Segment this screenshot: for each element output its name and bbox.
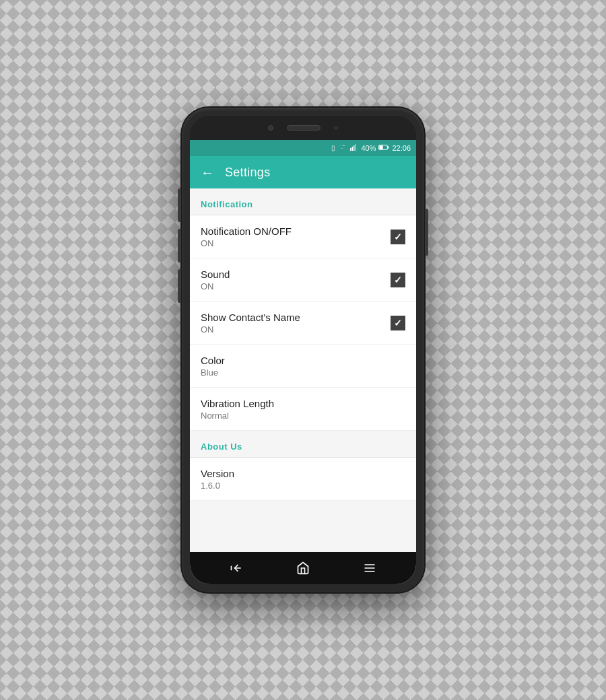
menu-nav-button[interactable] [352, 556, 387, 580]
settings-content: Notification Notification ON/OFF ON ✓ So… [190, 188, 416, 552]
notification-onoff-checkbox[interactable]: ✓ [391, 230, 405, 244]
svg-rect-1 [352, 147, 354, 151]
screen: ▯ 40% [190, 140, 416, 584]
vibration-length-value: Normal [201, 411, 274, 421]
notification-onoff-label: Notification ON/OFF [201, 225, 292, 237]
version-value: 1.6.0 [201, 481, 234, 491]
ir-dot [334, 126, 338, 130]
contacts-checkbox-check-icon: ✓ [394, 318, 402, 328]
version-label: Version [201, 468, 234, 479]
color-value: Blue [201, 368, 225, 378]
svg-rect-6 [380, 145, 383, 149]
toolbar-title: Settings [225, 166, 270, 180]
sound-value: ON [201, 281, 230, 291]
signal-icon [349, 143, 358, 153]
vibration-length-item[interactable]: Vibration Length Normal [190, 388, 416, 431]
sound-label: Sound [201, 269, 230, 280]
color-item[interactable]: Color Blue [190, 345, 416, 388]
checkbox-check-icon: ✓ [394, 232, 402, 242]
show-contacts-name-item[interactable]: Show Contact's Name ON ✓ [190, 302, 416, 345]
phone-top-bar [190, 116, 416, 140]
status-bar: ▯ 40% [190, 140, 416, 156]
notification-onoff-text: Notification ON/OFF ON [201, 225, 292, 248]
toolbar: ← Settings [190, 156, 416, 188]
version-text: Version 1.6.0 [201, 468, 234, 491]
color-label: Color [201, 355, 225, 366]
sound-checkbox-check-icon: ✓ [394, 275, 402, 285]
phone-inner: ▯ 40% [190, 116, 416, 584]
back-nav-button[interactable] [219, 556, 254, 580]
version-item: Version 1.6.0 [190, 458, 416, 501]
time-display: 22:06 [392, 144, 411, 152]
notification-onoff-value: ON [201, 238, 292, 248]
camera-dot [268, 125, 273, 131]
sound-text: Sound ON [201, 269, 230, 291]
phone-device: ▯ 40% [182, 108, 424, 592]
svg-rect-3 [356, 144, 357, 151]
vibration-length-text: Vibration Length Normal [201, 398, 274, 421]
sound-item[interactable]: Sound ON ✓ [190, 258, 416, 302]
battery-percent: 40% [361, 144, 376, 152]
show-contacts-name-checkbox[interactable]: ✓ [391, 316, 405, 330]
sound-checkbox[interactable]: ✓ [391, 273, 405, 287]
wifi-icon [338, 143, 346, 153]
svg-rect-2 [354, 145, 355, 151]
notification-section-header: Notification [190, 188, 416, 215]
nav-bar [190, 552, 416, 584]
phone-mode-icon: ▯ [331, 145, 335, 151]
back-button[interactable]: ← [201, 165, 214, 180]
show-contacts-name-value: ON [201, 324, 300, 335]
show-contacts-name-label: Show Contact's Name [201, 312, 300, 323]
color-text: Color Blue [201, 355, 225, 378]
battery-icon [378, 144, 389, 152]
speaker-grille [287, 125, 321, 131]
status-icons: ▯ 40% [331, 143, 411, 153]
notification-onoff-item[interactable]: Notification ON/OFF ON ✓ [190, 215, 416, 258]
home-nav-button[interactable] [285, 556, 321, 580]
vibration-length-label: Vibration Length [201, 398, 274, 409]
about-us-section-header: About Us [190, 431, 416, 458]
svg-rect-0 [350, 148, 351, 151]
show-contacts-name-text: Show Contact's Name ON [201, 312, 300, 335]
svg-rect-5 [388, 146, 389, 148]
